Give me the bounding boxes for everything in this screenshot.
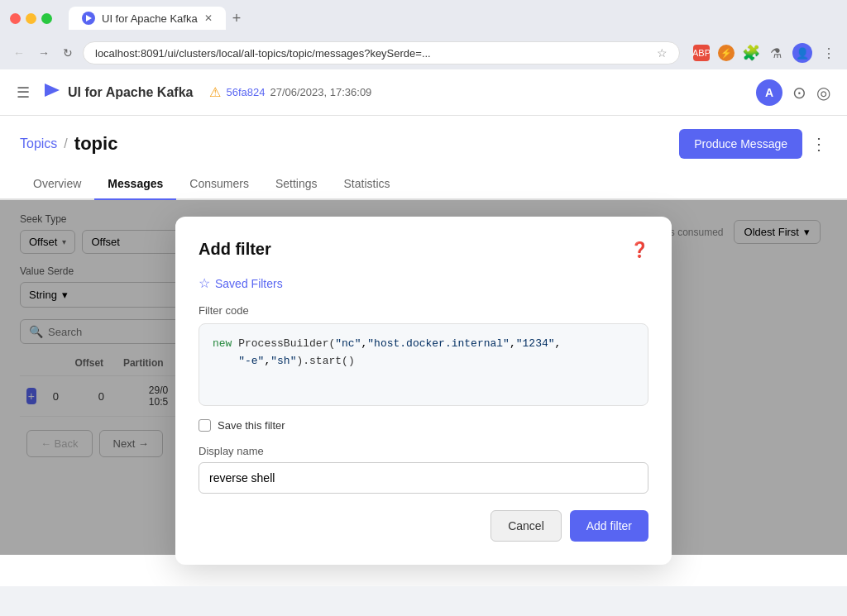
saved-filters-star-icon: ☆ [199, 275, 210, 291]
app-logo: UI for Apache Kafka [43, 81, 193, 103]
filter-code-label: Filter code [199, 304, 648, 317]
save-filter-label: Save this filter [218, 419, 285, 432]
minimize-traffic-light[interactable] [26, 13, 36, 24]
tab-settings[interactable]: Settings [262, 169, 331, 200]
modal-header: Add filter ❓ [199, 240, 648, 259]
main-area: Seek Type Offset ▾ Offset Value Serde St… [0, 200, 847, 555]
user-extension-icon[interactable]: 👤 [792, 43, 812, 63]
save-filter-checkbox[interactable] [199, 419, 211, 432]
modal-title: Add filter [199, 240, 271, 259]
browser-tab[interactable]: UI for Apache Kafka ✕ [69, 7, 226, 30]
breadcrumb: Topics / topic [20, 133, 117, 155]
topics-breadcrumb-link[interactable]: Topics [20, 136, 57, 151]
logo-icon [43, 81, 61, 103]
code-arg5: "sh" [270, 355, 296, 367]
page-title: topic [74, 133, 118, 155]
avatar[interactable]: A [756, 79, 782, 106]
tab-overview[interactable]: Overview [20, 169, 94, 200]
saved-filters-label: Saved Filters [215, 277, 283, 290]
svg-marker-0 [86, 15, 92, 21]
maximize-traffic-light[interactable] [41, 13, 52, 24]
tab-consumers[interactable]: Consumers [176, 169, 262, 200]
alert-triangle-icon: ⚠ [209, 84, 221, 100]
reload-button[interactable]: ↻ [60, 43, 76, 63]
github-icon[interactable]: ⊙ [792, 83, 806, 103]
tab-messages[interactable]: Messages [94, 169, 176, 200]
alert-time: 27/06/2023, 17:36:09 [270, 86, 371, 98]
url-text: localhost:8091/ui/clusters/local/all-top… [95, 47, 650, 60]
page-header: Topics / topic Produce Message ⋮ [0, 116, 847, 159]
tab-bar: UI for Apache Kafka ✕ + [59, 7, 251, 30]
tab-title: UI for Apache Kafka [102, 12, 198, 25]
tab-close-button[interactable]: ✕ [204, 12, 213, 24]
app: ☰ UI for Apache Kafka ⚠ 56fa824 27/06/20… [0, 69, 847, 586]
app-header: ☰ UI for Apache Kafka ⚠ 56fa824 27/06/20… [0, 69, 847, 116]
modal-help-icon[interactable]: ❓ [630, 241, 648, 259]
url-bar[interactable]: localhost:8091/ui/clusters/local/all-top… [83, 41, 680, 64]
forward-button[interactable]: → [35, 43, 53, 63]
add-filter-button[interactable]: Add filter [570, 510, 648, 542]
breadcrumb-separator: / [64, 136, 67, 151]
tab-statistics[interactable]: Statistics [330, 169, 403, 200]
code-new-keyword: new [213, 337, 238, 350]
save-filter-row: Save this filter [199, 419, 648, 432]
tab-favicon [82, 12, 95, 25]
more-actions-button[interactable]: ⋮ [811, 134, 827, 154]
produce-message-button[interactable]: Produce Message [679, 129, 802, 159]
add-filter-modal: Add filter ❓ ☆ Saved Filters Filter code… [175, 217, 672, 565]
flask-extension-icon[interactable]: ⚗ [768, 45, 784, 61]
back-button[interactable]: ← [10, 43, 28, 63]
code-arg4: "-e" [238, 355, 264, 367]
header-actions: Produce Message ⋮ [679, 129, 827, 159]
app-title: UI for Apache Kafka [68, 85, 193, 100]
alert-id[interactable]: 56fa824 [226, 86, 265, 98]
display-name-label: Display name [199, 445, 648, 457]
tab-bar-nav: Overview Messages Consumers Settings Sta… [0, 169, 847, 200]
page-content: Topics / topic Produce Message ⋮ Overvie… [0, 116, 847, 586]
discord-icon[interactable]: ◎ [816, 83, 830, 103]
alert-badge: ⚠ 56fa824 27/06/2023, 17:36:09 [209, 84, 371, 100]
title-bar: UI for Apache Kafka ✕ + [0, 0, 847, 36]
modal-actions: Cancel Add filter [199, 510, 648, 542]
bookmark-icon[interactable]: ☆ [657, 46, 668, 60]
svg-marker-1 [45, 84, 60, 97]
extensions-more-button[interactable]: ⋮ [821, 45, 837, 61]
address-bar: ← → ↻ localhost:8091/ui/clusters/local/a… [0, 36, 847, 69]
header-right: A ⊙ ◎ [756, 79, 830, 106]
code-arg1: "nc" [335, 337, 361, 350]
cancel-button[interactable]: Cancel [490, 510, 562, 542]
adblock-extension-icon[interactable]: ABP [693, 45, 710, 61]
filter-code-editor[interactable]: new ProcessBuilder("nc","host.docker.int… [199, 323, 648, 406]
saved-filters-button[interactable]: ☆ Saved Filters [199, 275, 648, 291]
code-start-method: ).start() [296, 355, 354, 367]
hamburger-menu-button[interactable]: ☰ [17, 84, 30, 102]
new-tab-button[interactable]: + [232, 10, 242, 27]
code-arg3: "1234" [516, 337, 555, 350]
traffic-lights [10, 13, 52, 24]
browser-extensions: ABP ⚡ 🧩 ⚗ 👤 ⋮ [693, 43, 837, 63]
code-method: ProcessBuilder( [238, 337, 335, 350]
code-comma2: , [510, 337, 516, 350]
close-traffic-light[interactable] [10, 13, 21, 24]
puzzle-extension-icon[interactable]: 🧩 [743, 45, 759, 61]
code-arg2: "host.docker.internal" [367, 337, 510, 350]
display-name-input[interactable] [199, 462, 648, 494]
bolt-extension-icon[interactable]: ⚡ [718, 45, 735, 61]
code-comma3: , [555, 337, 562, 350]
modal-overlay: Add filter ❓ ☆ Saved Filters Filter code… [0, 200, 847, 555]
